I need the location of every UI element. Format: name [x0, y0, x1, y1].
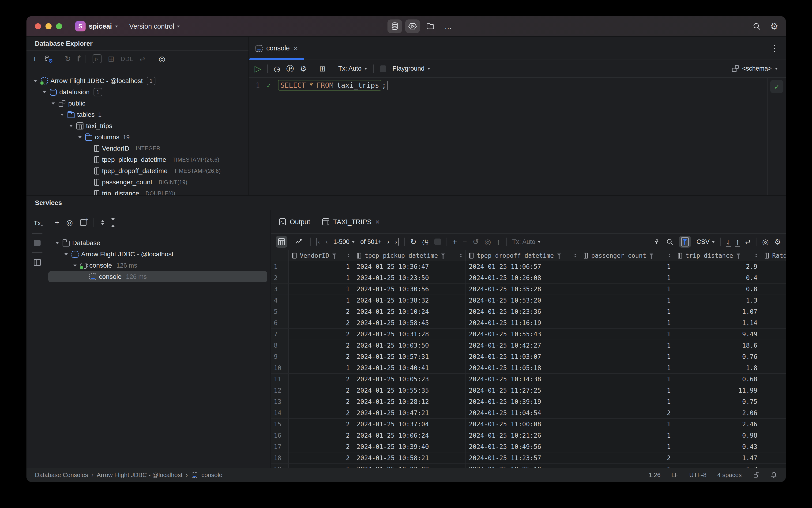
tab-taxi-trips[interactable]: TAXI_TRIPS × — [316, 210, 390, 234]
chevron-down-icon[interactable] — [77, 134, 83, 140]
cell-dropoff-datetime[interactable]: 2024-01-25 11:05:18 — [465, 363, 580, 373]
cell-pickup-datetime[interactable]: 2024-01-25 10:58:21 — [353, 453, 465, 463]
cell-passenger-count[interactable]: 1 — [580, 329, 674, 340]
tree-item[interactable]: console 126 ms — [48, 260, 271, 271]
column-header[interactable]: VendorID — [288, 250, 353, 261]
page-range-select[interactable]: 1-500 — [333, 238, 355, 246]
cell-passenger-count[interactable]: 1 — [580, 272, 674, 283]
cell-vendor-id[interactable]: 2 — [288, 351, 353, 362]
tree-item[interactable]: VendorID INTEGER — [27, 143, 249, 154]
cell-trip-distance[interactable]: 0.43 — [674, 441, 761, 452]
cell-trip-distance[interactable]: 0.8 — [674, 284, 761, 295]
cell-rate[interactable] — [761, 385, 786, 396]
row-number[interactable]: 13 — [271, 396, 288, 407]
cell-trip-distance[interactable]: 1.07 — [674, 306, 761, 317]
cell-dropoff-datetime[interactable]: 2024-01-25 10:21:26 — [465, 430, 580, 441]
caret-position-widget[interactable]: 1:26 — [648, 471, 661, 479]
row-number[interactable]: 5 — [271, 306, 288, 317]
cell-pickup-datetime[interactable]: 2024-01-25 10:10:24 — [353, 306, 465, 317]
cell-passenger-count[interactable]: 1 — [580, 464, 674, 468]
chevron-down-icon[interactable] — [50, 100, 56, 106]
cell-rate[interactable] — [761, 374, 786, 385]
sql-statement[interactable]: SELECT * FROM taxi_trips — [278, 80, 381, 90]
row-number[interactable]: 8 — [271, 340, 288, 351]
cell-trip-distance[interactable]: 0.68 — [674, 374, 761, 385]
expand-all-button[interactable] — [101, 218, 104, 227]
readonly-toggle[interactable] — [753, 471, 760, 478]
sort-icon[interactable] — [460, 253, 462, 258]
cell-rate[interactable] — [761, 363, 786, 373]
revert-button[interactable]: ↺ — [472, 238, 479, 246]
cell-trip-distance[interactable]: 1.7 — [674, 464, 761, 468]
reload-data-button[interactable]: ↻ — [410, 238, 416, 246]
cell-passenger-count[interactable]: 1 — [580, 295, 674, 306]
row-number[interactable]: 7 — [271, 329, 288, 340]
cell-dropoff-datetime[interactable]: 2024-01-25 10:53:20 — [465, 295, 580, 306]
close-icon[interactable]: × — [294, 45, 298, 52]
cell-trip-distance[interactable]: 2.46 — [674, 419, 761, 430]
chevron-down-icon[interactable] — [54, 240, 60, 246]
cell-rate[interactable] — [761, 306, 786, 317]
cell-rate[interactable] — [761, 441, 786, 452]
cell-passenger-count[interactable]: 1 — [580, 419, 674, 430]
cell-trip-distance[interactable]: 0.75 — [674, 396, 761, 407]
cell-pickup-datetime[interactable]: 2024-01-25 10:40:41 — [353, 363, 465, 373]
cell-vendor-id[interactable]: 2 — [288, 408, 353, 418]
column-header[interactable]: trip_distance — [674, 250, 761, 261]
filter-panel-button[interactable] — [679, 236, 691, 248]
cell-dropoff-datetime[interactable]: 2024-01-25 10:42:27 — [465, 340, 580, 351]
editor-options-button[interactable]: ⋮ — [770, 43, 779, 53]
tree-item[interactable]: Arrow Flight JDBC - @localhost — [48, 249, 271, 260]
auto-refresh-button[interactable]: ◷ — [422, 238, 429, 246]
cell-vendor-id[interactable]: 1 — [288, 284, 353, 295]
breadcrumb[interactable]: Database Consoles › Arrow Flight JDBC - … — [35, 471, 222, 479]
cell-rate[interactable] — [761, 351, 786, 362]
row-number[interactable]: 19 — [271, 464, 288, 468]
line-ending-widget[interactable]: LF — [671, 471, 678, 479]
cell-rate[interactable] — [761, 396, 786, 407]
cell-pickup-datetime[interactable]: 2024-01-25 10:57:31 — [353, 351, 465, 362]
view-options-button[interactable]: ◎ — [762, 238, 769, 246]
chevron-down-icon[interactable] — [42, 89, 47, 95]
table-data-button[interactable]: ⊞ — [108, 55, 115, 62]
project-files-button[interactable] — [423, 19, 438, 33]
cell-pickup-datetime[interactable]: 2024-01-25 10:06:24 — [353, 430, 465, 441]
breadcrumb-item[interactable]: Arrow Flight JDBC - @localhost — [97, 471, 183, 479]
cell-vendor-id[interactable]: 1 — [288, 464, 353, 468]
row-number[interactable]: 6 — [271, 317, 288, 328]
chart-view-button[interactable] — [293, 236, 305, 248]
breadcrumb-item[interactable]: console — [201, 471, 222, 479]
cell-vendor-id[interactable]: 2 — [288, 430, 353, 441]
cell-rate[interactable] — [761, 284, 786, 295]
row-number[interactable]: 16 — [271, 430, 288, 441]
import-button[interactable]: ↓ — [726, 238, 730, 246]
pin-tab-button[interactable] — [653, 238, 660, 246]
parameters-button[interactable]: Ⓟ — [286, 65, 294, 73]
collapse-all-button[interactable] — [111, 218, 115, 227]
cell-dropoff-datetime[interactable]: 2024-01-25 10:35:28 — [465, 284, 580, 295]
row-number[interactable]: 10 — [271, 363, 288, 373]
cell-vendor-id[interactable]: 1 — [288, 272, 353, 283]
cell-pickup-datetime[interactable]: 2024-01-25 10:37:04 — [353, 419, 465, 430]
cell-vendor-id[interactable]: 1 — [288, 295, 353, 306]
column-header[interactable]: tpep_dropoff_datetime — [465, 250, 580, 261]
first-page-button[interactable]: ‹ — [316, 238, 320, 246]
indent-widget[interactable]: 4 spaces — [717, 471, 742, 479]
row-number[interactable]: 17 — [271, 441, 288, 452]
tree-item[interactable]: columns 19 — [27, 132, 249, 143]
cell-rate[interactable] — [761, 419, 786, 430]
cell-trip-distance[interactable]: 1.8 — [674, 363, 761, 373]
row-number[interactable]: 11 — [271, 374, 288, 385]
inspections-ok-button[interactable]: ✓ — [770, 80, 783, 93]
cell-vendor-id[interactable]: 2 — [288, 385, 353, 396]
sql-editor[interactable]: 1 ✓ SELECT * FROM taxi_trips ; ✓ — [249, 78, 786, 195]
row-number[interactable]: 2 — [271, 272, 288, 283]
table-view-button[interactable] — [276, 236, 287, 248]
tree-item[interactable]: passenger_count BIGINT(19) — [27, 177, 249, 188]
database-tool-button[interactable] — [388, 19, 402, 33]
ddl-button[interactable]: DDL — [121, 55, 133, 62]
open-query-console-button[interactable]: ▷ — [93, 54, 101, 63]
cell-passenger-count[interactable]: 1 — [580, 284, 674, 295]
cell-pickup-datetime[interactable]: 2024-01-25 10:38:32 — [353, 295, 465, 306]
cell-passenger-count[interactable]: 1 — [580, 261, 674, 272]
